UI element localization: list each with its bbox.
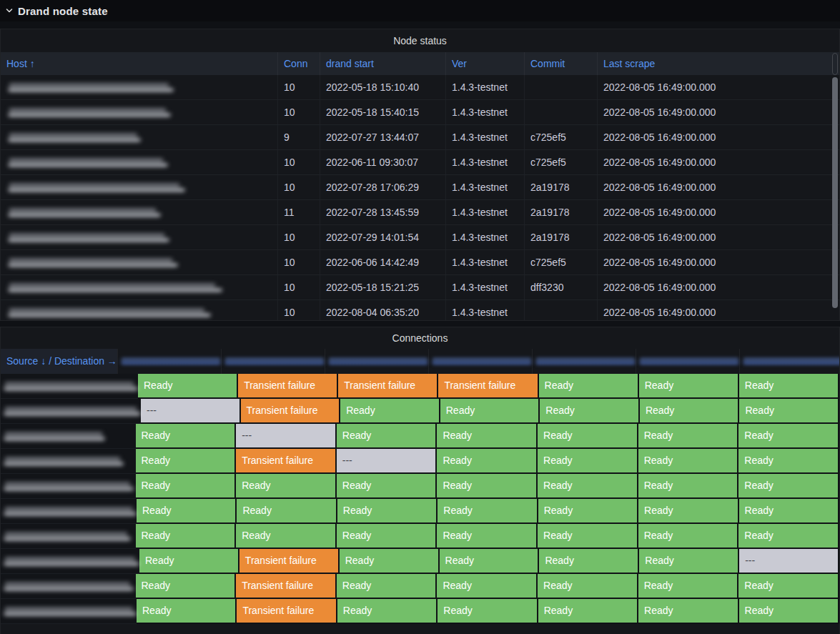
- column-header-drand-start[interactable]: drand start: [320, 52, 446, 75]
- connection-status-cell: Ready: [139, 549, 239, 574]
- ver-cell: 1.4.3-testnet: [446, 75, 525, 99]
- connection-status-cell: Ready: [337, 474, 438, 499]
- connection-status-cell: Ready: [236, 474, 337, 499]
- redacted-source-text: [4, 431, 105, 442]
- redacted-source-text: [4, 456, 124, 467]
- connection-status-cell: Ready: [337, 574, 438, 599]
- redacted-header-text: [121, 357, 221, 365]
- source-host-redacted: [1, 599, 137, 624]
- commit-cell: c725ef5: [525, 150, 598, 174]
- connection-status-cell: ---: [236, 424, 337, 449]
- node-status-table-row: 9 2022-07-27 13:44:07 1.4.3-testnet c725…: [1, 125, 839, 150]
- column-header-commit[interactable]: Commit: [525, 52, 598, 75]
- connection-status-cell: Ready: [437, 524, 538, 549]
- source-host-redacted: [1, 499, 137, 524]
- connections-header-row: Source ↓ / Destination →: [1, 349, 839, 374]
- connections-table-row: Ready Transient failure Ready Ready Read…: [1, 549, 839, 574]
- connection-status-cell: Ready: [639, 549, 739, 574]
- connection-status-cell: Transient failure: [338, 374, 438, 399]
- commit-cell: c725ef5: [525, 250, 598, 274]
- chevron-down-icon: [5, 6, 14, 15]
- connection-status-cell: Ready: [738, 574, 839, 599]
- ver-cell: 1.4.3-testnet: [446, 100, 525, 124]
- connection-status-cell: Ready: [739, 499, 839, 524]
- node-status-table-row: 10 2022-05-18 15:40:15 1.4.3-testnet 202…: [1, 100, 839, 125]
- connection-status-cell: Ready: [638, 599, 738, 624]
- last-scrape-cell: 2022-08-05 16:49:00.000: [598, 200, 839, 224]
- connection-status-cell: Ready: [538, 574, 638, 599]
- connections-table-row: Ready --- Ready Ready Ready Ready Ready: [1, 424, 839, 449]
- ver-cell: 1.4.3-testnet: [446, 250, 525, 274]
- connection-status-cell: Transient failure: [239, 549, 340, 574]
- source-destination-header[interactable]: Source ↓ / Destination →: [1, 349, 117, 374]
- connection-status-cell: Ready: [638, 499, 738, 524]
- connection-status-cell: Ready: [340, 399, 440, 424]
- redacted-host-text: [8, 232, 169, 243]
- source-host-redacted: [1, 374, 138, 399]
- commit-cell: [525, 75, 598, 99]
- source-host-redacted: [1, 424, 136, 449]
- node-status-panel-title[interactable]: Node status: [1, 29, 839, 52]
- dashboard-row-toggle[interactable]: Drand node state: [0, 0, 840, 21]
- connection-status-cell: Ready: [738, 424, 839, 449]
- redacted-source-text: [4, 381, 138, 392]
- connection-status-cell: Transient failure: [241, 399, 341, 424]
- redacted-source-text: [4, 556, 139, 567]
- connection-status-cell: Ready: [440, 549, 540, 574]
- destination-column-header-redacted: [739, 349, 840, 374]
- connections-panel-title[interactable]: Connections: [1, 327, 839, 349]
- source-host-redacted: [1, 449, 136, 474]
- ver-cell: 1.4.3-testnet: [446, 200, 525, 224]
- connection-status-cell: Ready: [438, 499, 538, 524]
- commit-cell: 2a19178: [525, 175, 598, 199]
- commit-cell: 2a19178: [525, 225, 598, 249]
- redacted-host-text: [8, 207, 161, 218]
- drand-start-cell: 2022-05-18 15:21:25: [320, 275, 446, 299]
- scrollbar-thumb[interactable]: [832, 77, 838, 308]
- host-cell-redacted: [1, 300, 278, 321]
- conn-cell: 10: [278, 75, 320, 99]
- redacted-source-text: [4, 581, 134, 592]
- last-scrape-cell: 2022-08-05 16:49:00.000: [598, 275, 839, 299]
- connection-status-cell: Ready: [236, 524, 337, 549]
- column-header-conn[interactable]: Conn: [278, 52, 320, 75]
- commit-cell: c725ef5: [525, 125, 598, 149]
- connection-status-cell: ---: [337, 449, 438, 474]
- redacted-host-text: [8, 257, 178, 268]
- connections-table-row: Ready Transient failure Ready Ready Read…: [1, 574, 839, 599]
- vertical-scrollbar[interactable]: [832, 53, 838, 319]
- connection-status-cell: Ready: [137, 499, 237, 524]
- connection-status-cell: Ready: [739, 599, 839, 624]
- connection-status-cell: Ready: [437, 449, 538, 474]
- column-header-ver[interactable]: Ver: [446, 52, 525, 75]
- redacted-source-text: [4, 606, 137, 617]
- column-header-last-scrape[interactable]: Last scrape: [598, 52, 839, 75]
- connection-status-cell: Ready: [438, 599, 538, 624]
- connection-status-cell: Ready: [638, 524, 739, 549]
- conn-cell: 10: [278, 150, 320, 174]
- last-scrape-cell: 2022-08-05 16:49:00.000: [598, 100, 839, 124]
- connection-status-cell: Ready: [738, 474, 839, 499]
- host-cell-redacted: [1, 200, 278, 224]
- connection-status-cell: Ready: [437, 574, 538, 599]
- connection-status-cell: Ready: [539, 374, 639, 399]
- node-status-table-row: 10 2022-05-18 15:21:25 1.4.3-testnet dff…: [1, 275, 839, 300]
- connection-status-cell: Ready: [340, 549, 440, 574]
- redacted-host-text: [8, 282, 222, 293]
- last-scrape-cell: 2022-08-05 16:49:00.000: [598, 150, 839, 174]
- commit-cell: 2a19178: [525, 200, 598, 224]
- conn-cell: 10: [278, 250, 320, 274]
- column-header-host[interactable]: Host ↑: [1, 52, 278, 75]
- connection-status-cell: Ready: [337, 424, 438, 449]
- connection-status-cell: Ready: [738, 449, 839, 474]
- connection-status-cell: Transient failure: [237, 599, 337, 624]
- connection-status-cell: Ready: [738, 524, 839, 549]
- redacted-header-text: [328, 357, 428, 365]
- connection-status-cell: Ready: [639, 374, 739, 399]
- connection-status-cell: Transient failure: [236, 449, 337, 474]
- connection-status-cell: Ready: [638, 449, 739, 474]
- conn-cell: 10: [278, 175, 320, 199]
- node-status-table-body: 10 2022-05-18 15:10:40 1.4.3-testnet 202…: [1, 75, 839, 321]
- connections-table-row: Ready Ready Ready Ready Ready Ready Read…: [1, 474, 839, 499]
- connections-panel: Connections Source ↓ / Destination → Rea…: [0, 327, 840, 634]
